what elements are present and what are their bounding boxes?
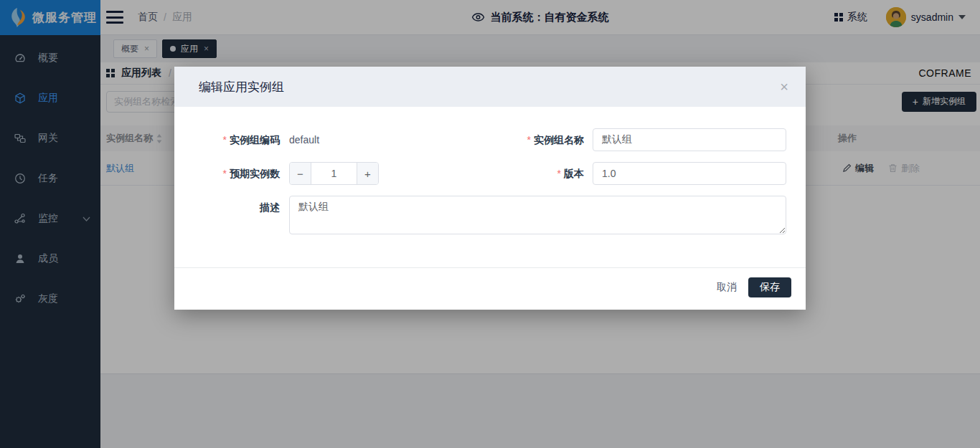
modal-title: 编辑应用实例组 [199,79,284,95]
modal-header: 编辑应用实例组 × [174,67,806,107]
field-expected-instances: *预期实例数 − + [196,162,490,185]
modal-footer: 取消 保存 [174,267,806,310]
field-label: *实例组编码 [196,128,280,151]
field-instance-group-code: *实例组编码 default [196,128,490,151]
form-row: *实例组编码 default *实例组名称 [196,128,786,151]
form-row: *预期实例数 − + *版本 [196,162,786,185]
field-label: 描述 [196,196,280,219]
expected-instances-input[interactable] [311,163,357,184]
minus-button[interactable]: − [290,163,311,184]
description-textarea[interactable]: 默认组 [289,196,786,234]
edit-instance-group-modal: 编辑应用实例组 × *实例组编码 default *实例组名称 *预期实例数 − [174,67,806,310]
version-input[interactable] [593,162,786,185]
app-root: 微服务管理 首页 / 应用 当前系统：自有资金系统 系统 [0,0,980,448]
close-icon[interactable]: × [780,80,788,94]
required-mark: * [527,134,531,146]
field-description: 描述 默认组 [196,196,786,234]
required-mark: * [223,134,227,146]
save-button[interactable]: 保存 [748,277,791,297]
required-mark: * [557,168,561,179]
modal-body: *实例组编码 default *实例组名称 *预期实例数 − + [174,107,806,267]
plus-button[interactable]: + [357,163,378,184]
instance-group-code-value: default [289,128,319,151]
required-mark: * [223,168,227,179]
instance-group-name-input[interactable] [593,128,786,151]
form-row: 描述 默认组 [196,196,786,234]
field-label: *实例组名称 [490,128,584,151]
field-label: *预期实例数 [196,162,280,185]
cancel-button[interactable]: 取消 [717,281,737,294]
field-version: *版本 [490,162,786,185]
expected-instances-stepper: − + [289,162,379,185]
field-label: *版本 [490,162,584,185]
field-instance-group-name: *实例组名称 [490,128,786,151]
